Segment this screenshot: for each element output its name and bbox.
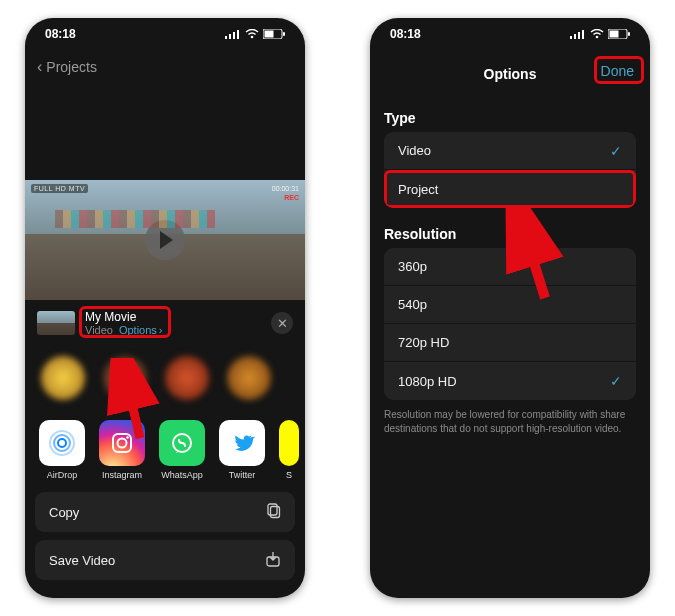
close-button[interactable]: ✕ <box>271 312 293 334</box>
resolution-section: Resolution 360p 540p 720p HD 1080p HD ✓ <box>370 210 650 402</box>
type-section-label: Type <box>384 110 636 126</box>
action-label: Copy <box>49 505 79 520</box>
airdrop-icon <box>39 420 85 466</box>
resolution-option-list: 360p 540p 720p HD 1080p HD ✓ <box>384 248 636 400</box>
resolution-360p[interactable]: 360p <box>384 248 636 286</box>
options-title: Options <box>484 66 537 82</box>
share-options-label: Options <box>119 324 157 336</box>
snap-icon <box>279 420 299 466</box>
share-options-link[interactable]: Options › <box>119 324 163 336</box>
option-label: 540p <box>398 297 427 312</box>
contact-avatar[interactable] <box>41 356 85 400</box>
svg-rect-6 <box>265 31 274 38</box>
chevron-right-icon: › <box>159 324 163 336</box>
close-icon: ✕ <box>277 316 288 331</box>
back-to-projects[interactable]: ‹ Projects <box>25 50 305 84</box>
preview-art <box>55 210 215 228</box>
app-label: Twitter <box>229 470 256 480</box>
hud-rec: REC <box>272 193 299 202</box>
type-option-project[interactable]: Project <box>384 170 636 208</box>
status-indicators <box>570 29 630 39</box>
app-more[interactable]: S <box>279 420 299 480</box>
svg-rect-15 <box>268 504 277 515</box>
contact-avatar[interactable] <box>165 356 209 400</box>
contact-avatar[interactable] <box>227 356 271 400</box>
svg-rect-21 <box>578 32 580 39</box>
hud-top-left: FULL HD MTV <box>31 184 88 193</box>
share-subtitle-type: Video <box>85 324 113 336</box>
video-preview[interactable]: FULL HD MTV 00:00:31 REC <box>25 180 305 300</box>
resolution-section-label: Resolution <box>384 226 636 242</box>
app-label: AirDrop <box>47 470 78 480</box>
status-bar: 08:18 <box>370 18 650 50</box>
status-indicators <box>225 29 285 39</box>
back-label: Projects <box>46 59 97 75</box>
option-label: Video <box>398 143 431 158</box>
copy-icon <box>265 503 281 522</box>
wifi-icon <box>590 29 604 39</box>
svg-rect-0 <box>225 36 227 39</box>
resolution-footnote: Resolution may be lowered for compatibil… <box>370 402 650 435</box>
svg-rect-20 <box>574 34 576 39</box>
status-time: 08:18 <box>390 27 421 41</box>
option-label: 720p HD <box>398 335 449 350</box>
app-whatsapp[interactable]: WhatsApp <box>159 420 205 480</box>
play-icon <box>160 231 173 249</box>
svg-point-9 <box>54 435 70 451</box>
battery-icon <box>608 29 630 39</box>
svg-rect-19 <box>570 36 572 39</box>
svg-point-12 <box>118 439 127 448</box>
option-label: Project <box>398 182 438 197</box>
app-instagram[interactable]: Instagram <box>99 420 145 480</box>
signal-icon <box>225 29 241 39</box>
checkmark-icon: ✓ <box>610 143 622 159</box>
svg-rect-7 <box>283 32 285 36</box>
svg-point-13 <box>126 436 129 439</box>
status-bar: 08:18 <box>25 18 305 50</box>
contact-avatar[interactable] <box>103 356 147 400</box>
action-save-video[interactable]: Save Video <box>35 540 295 580</box>
app-label: Instagram <box>102 470 142 480</box>
signal-icon <box>570 29 586 39</box>
resolution-540p[interactable]: 540p <box>384 286 636 324</box>
download-icon <box>265 551 281 570</box>
app-label: S <box>286 470 292 480</box>
resolution-720p[interactable]: 720p HD <box>384 324 636 362</box>
share-title: My Movie <box>85 310 163 324</box>
type-option-list: Video ✓ Project <box>384 132 636 208</box>
hud-top-right: 00:00:31 REC <box>272 184 299 202</box>
share-actions: Copy Save Video <box>25 492 305 580</box>
contact-suggestions <box>25 346 305 414</box>
twitter-icon <box>219 420 265 466</box>
svg-point-23 <box>596 36 599 39</box>
share-thumbnail <box>37 311 75 335</box>
resolution-1080p[interactable]: 1080p HD ✓ <box>384 362 636 400</box>
status-time: 08:18 <box>45 27 76 41</box>
option-label: 1080p HD <box>398 374 457 389</box>
instagram-icon <box>99 420 145 466</box>
svg-point-8 <box>58 439 66 447</box>
svg-point-4 <box>251 36 254 39</box>
svg-rect-25 <box>610 31 619 38</box>
app-airdrop[interactable]: AirDrop <box>39 420 85 480</box>
action-copy[interactable]: Copy <box>35 492 295 532</box>
chevron-left-icon: ‹ <box>37 59 42 75</box>
svg-rect-22 <box>582 30 584 39</box>
type-option-video[interactable]: Video ✓ <box>384 132 636 170</box>
svg-rect-26 <box>628 32 630 36</box>
type-section: Type Video ✓ Project <box>370 94 650 210</box>
share-header: My Movie Video Options › ✕ <box>25 300 305 346</box>
phone-share-sheet: 08:18 ‹ Projects FULL HD MTV 00:00:31 RE… <box>25 18 305 598</box>
whatsapp-icon <box>159 420 205 466</box>
options-header: Options Done <box>370 54 650 94</box>
svg-rect-1 <box>229 34 231 39</box>
app-twitter[interactable]: Twitter <box>219 420 265 480</box>
svg-rect-2 <box>233 32 235 39</box>
battery-icon <box>263 29 285 39</box>
share-apps-row: AirDrop Instagram WhatsApp Twitter S <box>25 414 305 492</box>
phone-options-sheet: 08:18 Options Done Type Video ✓ Project <box>370 18 650 598</box>
svg-rect-16 <box>271 506 280 517</box>
done-button[interactable]: Done <box>595 60 640 82</box>
option-label: 360p <box>398 259 427 274</box>
action-label: Save Video <box>49 553 115 568</box>
